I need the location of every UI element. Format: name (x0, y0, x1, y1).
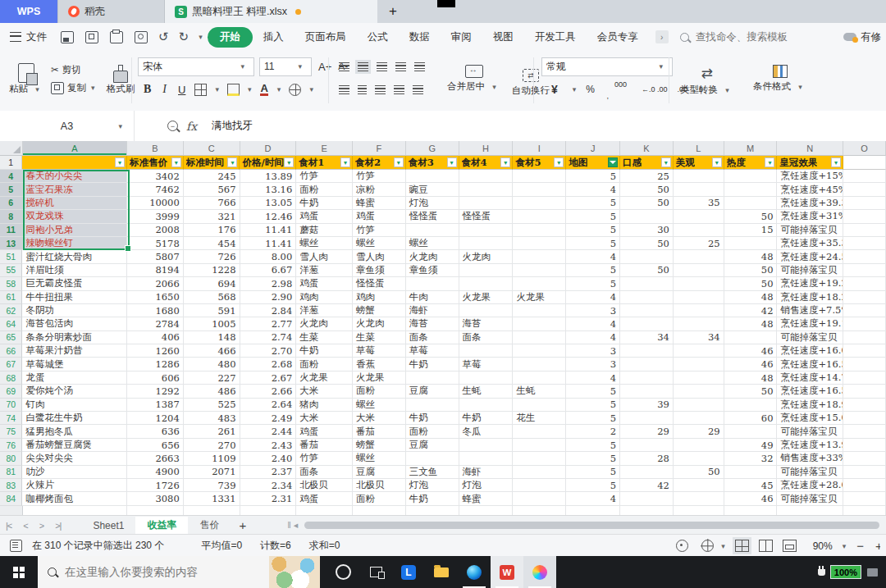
cell[interactable] (620, 506, 674, 515)
cell[interactable]: 4 (566, 291, 620, 304)
command-search-input[interactable] (694, 30, 820, 43)
filter-dropdown-icon[interactable]: ▾ (447, 157, 457, 167)
tab-insert[interactable]: 插入 (253, 27, 295, 48)
cell[interactable]: 46 (724, 492, 778, 505)
cell[interactable]: 北极贝 (296, 479, 353, 492)
cell[interactable]: 生蚝 (459, 385, 514, 398)
cell[interactable]: 火龙果 (353, 371, 406, 385)
cell[interactable] (620, 250, 674, 263)
cell[interactable]: 5 (566, 224, 620, 237)
cell[interactable] (843, 452, 886, 465)
header-cell[interactable]: 热度▾ (724, 156, 778, 170)
cell[interactable]: 42 (620, 479, 674, 492)
cell[interactable]: 739 (184, 479, 240, 492)
row-header-75[interactable]: 75 (0, 425, 22, 438)
add-sheet-button[interactable]: + (239, 518, 246, 532)
more-tabs-button[interactable]: › (655, 30, 669, 43)
cell[interactable]: 面条 (406, 331, 459, 344)
cell[interactable]: 50 (674, 466, 724, 479)
cell[interactable] (777, 506, 843, 515)
cell[interactable]: 龙蛋 (22, 371, 127, 385)
copy-button[interactable]: 复制 ▾ (51, 79, 100, 97)
cell[interactable] (843, 385, 886, 398)
cell[interactable]: 鸡蛋 (296, 277, 353, 290)
cell[interactable]: 面粉 (353, 385, 406, 398)
cell[interactable]: 火辣片 (22, 479, 127, 492)
taskbar-app-opera[interactable] (327, 556, 359, 588)
cell[interactable] (843, 399, 886, 412)
cell[interactable]: 烹饪速度+35.3% (777, 237, 843, 250)
cell[interactable]: 46 (724, 344, 778, 358)
cell[interactable] (406, 452, 459, 465)
cell[interactable]: 5 (566, 197, 620, 210)
increase-decimal-button[interactable]: ←.0 .00 (642, 86, 668, 93)
cell[interactable]: 50 (724, 385, 778, 398)
cell[interactable]: 牛奶 (406, 412, 459, 425)
filter-dropdown-icon[interactable]: ▾ (554, 157, 564, 167)
cell[interactable]: 29 (620, 425, 674, 438)
cell[interactable]: 1005 (184, 317, 240, 330)
cell[interactable] (674, 439, 724, 452)
number-format-select[interactable]: 常规▾ (541, 57, 673, 76)
cell[interactable]: 火龙肉 (296, 317, 353, 330)
cell[interactable]: 洋眉吐须 (22, 264, 127, 277)
cell[interactable]: 176 (184, 224, 240, 237)
cell[interactable]: 春天的小尖尖 (22, 170, 127, 183)
cell[interactable]: 2.44 (240, 425, 297, 438)
cell[interactable]: 烹饪速度+31% (777, 210, 843, 223)
borders-icon[interactable] (194, 84, 207, 96)
cut-button[interactable]: ✂剪切 (51, 61, 100, 79)
header-cell[interactable]: 美观▾ (674, 156, 724, 170)
tab-page-layout[interactable]: 页面布局 (295, 27, 357, 48)
cell[interactable]: 烹饪速度+14.7% (777, 371, 843, 385)
cell[interactable] (406, 371, 459, 385)
cell[interactable]: 鸡肉 (353, 291, 406, 304)
cell[interactable]: 双龙戏珠 (22, 210, 127, 223)
cell[interactable] (513, 399, 566, 412)
cell[interactable] (620, 412, 674, 425)
cell[interactable]: 10000 (127, 197, 184, 210)
cell[interactable] (513, 224, 566, 237)
cell[interactable]: 大米 (296, 412, 353, 425)
cell[interactable] (513, 304, 566, 317)
name-box-caret[interactable]: ▾ (118, 122, 122, 130)
cell[interactable]: 4 (566, 183, 620, 196)
cell[interactable] (513, 492, 566, 505)
cell[interactable]: 5 (566, 385, 620, 398)
cell[interactable] (674, 170, 724, 183)
row-header-8[interactable]: 8 (0, 210, 22, 223)
cell[interactable]: 2784 (127, 317, 184, 330)
cell[interactable]: 海苔 (406, 317, 459, 330)
cell[interactable]: 1387 (127, 399, 184, 412)
hamburger-icon[interactable] (10, 32, 21, 42)
cell[interactable]: 5807 (127, 250, 184, 263)
filter-dropdown-icon[interactable]: ▾ (712, 157, 722, 167)
cell[interactable]: 6.67 (240, 264, 297, 277)
cell[interactable] (406, 506, 459, 515)
row-header-83[interactable]: 83 (0, 479, 22, 492)
cell[interactable] (674, 358, 724, 371)
docer-tab[interactable]: 稻壳 (58, 0, 165, 23)
cell[interactable]: 483 (184, 412, 240, 425)
cell[interactable]: 567 (184, 183, 240, 196)
page-layout-view-icon[interactable] (759, 540, 773, 552)
cell[interactable]: 2.70 (240, 344, 297, 358)
cell[interactable] (513, 210, 566, 223)
cell[interactable]: 5 (566, 466, 620, 479)
formula-content[interactable]: 满地找牙 (212, 119, 253, 133)
cell[interactable] (459, 399, 514, 412)
cell[interactable]: 鸡蛋 (296, 492, 353, 505)
cell[interactable] (724, 506, 778, 515)
cell[interactable]: 烹饪速度+19.2% (777, 277, 843, 290)
cell[interactable]: 35 (674, 197, 724, 210)
cell[interactable]: 草莓果汁奶昔 (22, 344, 127, 358)
cell[interactable]: 48 (724, 250, 778, 263)
cell[interactable] (127, 506, 184, 515)
cell[interactable]: 怪怪蛋 (406, 210, 459, 223)
cell[interactable]: 8194 (127, 264, 184, 277)
cell[interactable] (459, 344, 514, 358)
page-break-view-icon[interactable] (783, 540, 797, 552)
row-header-67[interactable]: 67 (0, 358, 22, 371)
cell[interactable]: 巨无霸皮怪蛋 (22, 277, 127, 290)
sync-status[interactable]: 有修 (843, 30, 886, 44)
